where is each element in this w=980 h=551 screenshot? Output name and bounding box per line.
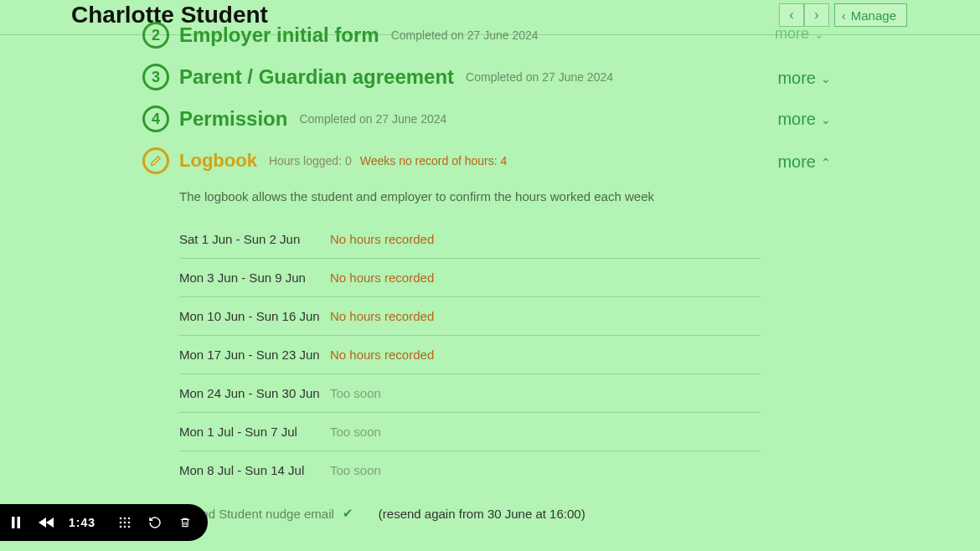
chevron-left-icon: ‹: [842, 8, 846, 23]
week-status: No hours recorded: [330, 348, 434, 362]
week-status: No hours recorded: [330, 270, 434, 285]
week-range: Mon 10 Jun - Sun 16 Jun: [179, 309, 330, 323]
nudge-button[interactable]: Send Student nudge email: [186, 507, 334, 521]
grid-icon[interactable]: [117, 517, 132, 528]
week-range: Mon 1 Jul - Sun 7 Jul: [179, 425, 330, 439]
step-meta: Completed on 27 June 2024: [299, 112, 446, 126]
svg-point-5: [120, 522, 122, 524]
chevron-left-icon: ‹: [789, 8, 793, 23]
week-row[interactable]: Mon 24 Jun - Sun 30 JunToo soon: [179, 374, 761, 413]
logbook-title[interactable]: Logbook: [179, 150, 257, 172]
week-range: Mon 3 Jun - Sun 9 Jun: [179, 270, 330, 285]
week-row[interactable]: Mon 3 Jun - Sun 9 JunNo hours recorded: [179, 259, 761, 297]
week-status: No hours recorded: [330, 309, 434, 323]
video-player-bar: 1:43: [0, 504, 208, 541]
svg-point-6: [124, 522, 126, 524]
step-row-parent: 3 Parent / Guardian agreement Completed …: [142, 64, 838, 90]
week-status: No hours recorded: [330, 232, 434, 246]
week-range: Sat 1 Jun - Sun 2 Jun: [179, 232, 330, 246]
step-row-permission: 4 Permission Completed on 27 June 2024: [142, 106, 838, 132]
nudge-resend-note: (resend again from 30 June at 16:00): [379, 507, 585, 521]
step-title[interactable]: Parent / Guardian agreement: [179, 65, 454, 89]
svg-point-9: [124, 526, 126, 528]
step-title[interactable]: Employer initial form: [179, 23, 379, 47]
svg-rect-1: [18, 517, 21, 528]
week-status: Too soon: [330, 463, 381, 477]
rewind-button[interactable]: [39, 518, 54, 528]
check-icon: ✔: [343, 506, 353, 521]
svg-rect-0: [12, 517, 15, 528]
step-number-badge: 2: [142, 22, 169, 49]
manage-button[interactable]: ‹ Manage: [834, 3, 907, 27]
week-row[interactable]: Mon 17 Jun - Sun 23 JunNo hours recorded: [179, 336, 761, 374]
svg-point-4: [128, 518, 131, 520]
week-range: Mon 17 Jun - Sun 23 Jun: [179, 348, 330, 362]
weeks-list: Sat 1 Jun - Sun 2 JunNo hours recordedMo…: [179, 220, 761, 489]
week-status: Too soon: [330, 425, 381, 439]
edit-icon: [142, 147, 169, 174]
week-range: Mon 8 Jul - Sun 14 Jul: [179, 463, 330, 477]
step-title[interactable]: Permission: [179, 107, 287, 131]
manage-label: Manage: [851, 8, 896, 23]
week-range: Mon 24 Jun - Sun 30 Jun: [179, 386, 330, 400]
week-row[interactable]: Mon 1 Jul - Sun 7 JulToo soon: [179, 413, 761, 451]
step-number-badge: 4: [142, 106, 169, 132]
replay-icon[interactable]: [147, 516, 162, 529]
logbook-hours: Hours logged: 0: [269, 154, 352, 167]
pause-button[interactable]: [8, 517, 23, 528]
week-row[interactable]: Mon 8 Jul - Sun 14 JulToo soon: [179, 451, 761, 489]
week-row[interactable]: Sat 1 Jun - Sun 2 JunNo hours recorded: [179, 220, 761, 259]
logbook-weeks-norecord: Weeks no record of hours: 4: [360, 154, 508, 167]
nudge-row: Send Student nudge email ✔ (resend again…: [186, 506, 838, 521]
player-timestamp: 1:43: [69, 516, 95, 529]
svg-point-3: [124, 518, 126, 520]
svg-point-7: [128, 522, 131, 524]
step-meta: Completed on 27 June 2024: [466, 70, 613, 84]
logbook-description: The logbook allows the student and emplo…: [179, 189, 838, 203]
week-status: Too soon: [330, 386, 381, 400]
chevron-right-icon: ›: [814, 8, 818, 23]
svg-point-10: [128, 526, 131, 528]
step-row-employer: 2 Employer initial form Completed on 27 …: [142, 22, 838, 49]
step-meta: Completed on 27 June 2024: [391, 28, 539, 42]
content: 2 Employer initial form Completed on 27 …: [142, 27, 838, 521]
step-number-badge: 3: [142, 64, 169, 90]
trash-icon[interactable]: [178, 516, 193, 529]
svg-point-8: [120, 526, 122, 528]
step-row-logbook: Logbook Hours logged: 0 Weeks no record …: [142, 147, 838, 174]
week-row[interactable]: Mon 10 Jun - Sun 16 JunNo hours recorded: [179, 297, 761, 336]
svg-point-2: [120, 518, 122, 520]
